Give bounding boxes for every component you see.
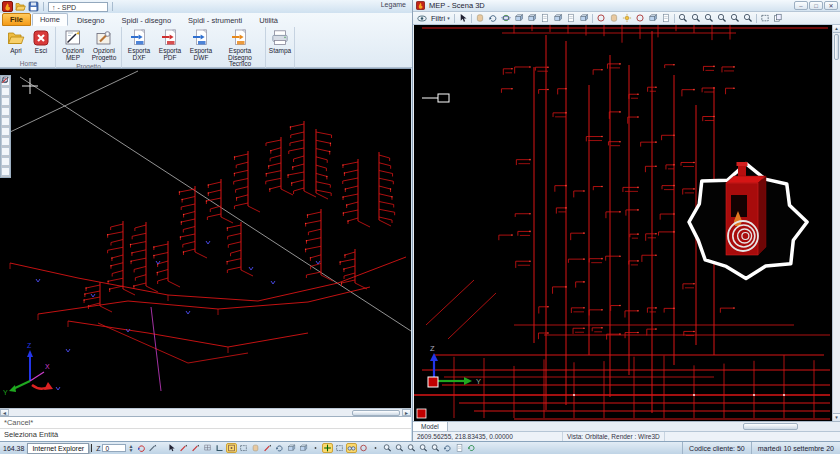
doc-toggle-icon[interactable] [454, 443, 465, 453]
opzioni-progetto-button[interactable]: Opzioni Progetto [89, 27, 119, 63]
refresh-colored-icon[interactable] [136, 443, 147, 453]
zoom-tool-icon[interactable] [729, 13, 741, 24]
tab-home[interactable]: Home [32, 13, 68, 26]
pen-toggle-icon[interactable] [190, 443, 201, 453]
pen-toggle-icon[interactable] [262, 443, 273, 453]
scroll-down-arrow[interactable]: ▼ [833, 413, 840, 421]
cube-tool-icon[interactable] [578, 13, 590, 24]
esci-button[interactable]: Esci [29, 27, 53, 57]
plus-toggle-icon[interactable] [322, 443, 333, 453]
arrow-toggle-icon[interactable] [166, 443, 177, 453]
tab-spidi-disegno[interactable]: Spidi - disegno [113, 14, 179, 26]
orbit-tool-icon[interactable] [500, 13, 512, 24]
tool-line-icon[interactable] [1, 87, 10, 96]
tab-file[interactable]: File [2, 13, 31, 26]
esporta-dwf-button[interactable]: Esporta DWF [186, 27, 216, 63]
scroll-left-arrow[interactable]: ◄ [0, 409, 9, 416]
canvas-v-scrollbar[interactable]: ▲ ▼ [832, 25, 840, 421]
esporta-pdf-button[interactable]: Esporta PDF [155, 27, 185, 63]
tool-circle-icon[interactable] [1, 117, 10, 126]
zoom-toggle-icon[interactable] [394, 443, 405, 453]
box-tool-icon[interactable] [759, 13, 771, 24]
visibility-eye-icon[interactable] [416, 13, 428, 24]
arrow-tool-icon[interactable] [457, 13, 469, 24]
zoom-tool-icon[interactable] [677, 13, 689, 24]
cube-tool-icon[interactable] [513, 13, 525, 24]
dot-toggle-icon[interactable] [310, 443, 321, 453]
circle-tool-icon[interactable] [595, 13, 607, 24]
scene3d-h-scrollbar[interactable] [448, 422, 840, 431]
rot-toggle-icon[interactable] [442, 443, 453, 453]
cube-toggle-icon[interactable] [286, 443, 297, 453]
tool-arc-icon[interactable] [1, 107, 10, 116]
zoom-toggle-icon[interactable] [382, 443, 393, 453]
zoom-tool-icon[interactable] [716, 13, 728, 24]
tab-spidi-strumenti[interactable]: Spidi - strumenti [180, 14, 250, 26]
scene3d-titlebar[interactable]: MEP - Scena 3D ‒ □ ✕ [413, 0, 840, 12]
dot-toggle-icon[interactable] [370, 443, 381, 453]
app-logo-icon[interactable] [2, 1, 13, 12]
box-toggle-icon[interactable] [238, 443, 249, 453]
filters-dropdown[interactable]: Filtri ▾ [429, 14, 452, 23]
cube-tool-icon[interactable] [647, 13, 659, 24]
circle-tool-icon[interactable] [634, 13, 646, 24]
ortho-toggle-icon[interactable] [214, 443, 225, 453]
tool-copy-icon[interactable] [1, 147, 10, 156]
opzioni-mep-button[interactable]: Opzioni MEP [58, 27, 88, 63]
copy-tool-icon[interactable] [772, 13, 784, 24]
rot-tool-icon[interactable] [487, 13, 499, 24]
taskbar-popup-label[interactable]: Internet Explorer [27, 443, 89, 454]
cube-tool-icon[interactable] [526, 13, 538, 24]
scroll-up-arrow[interactable]: ▲ [833, 25, 840, 33]
zoom-toggle-icon[interactable] [406, 443, 417, 453]
close-button[interactable]: ✕ [824, 1, 838, 10]
tool-rot-icon[interactable] [1, 157, 10, 166]
stampa-button[interactable]: Stampa [268, 27, 292, 57]
pen-toggle-icon[interactable] [178, 443, 189, 453]
tab-disegno[interactable]: Disegno [69, 14, 113, 26]
cube-tool-icon[interactable] [552, 13, 564, 24]
snap-toggle-icon[interactable] [226, 443, 237, 453]
scroll-right-arrow[interactable]: ► [402, 409, 411, 416]
z-value-input[interactable]: 0 [102, 444, 126, 452]
scene3d-h-thumb[interactable] [743, 423, 798, 430]
z-spinner[interactable]: ▲▼ [128, 444, 133, 452]
tab-model[interactable]: Model [413, 422, 448, 431]
refresh-toggle-icon[interactable] [466, 443, 477, 453]
tool-move-icon[interactable] [1, 137, 10, 146]
doc-tool-icon[interactable] [660, 13, 672, 24]
zoom-tool-icon[interactable] [703, 13, 715, 24]
minimize-button[interactable]: ‒ [794, 1, 808, 10]
v-scroll-thumb[interactable] [834, 34, 839, 60]
zoom-toggle-icon[interactable] [430, 443, 441, 453]
save-icon[interactable] [28, 1, 39, 12]
maximize-button[interactable]: □ [809, 1, 823, 10]
tool-rect2-icon[interactable] [1, 127, 10, 136]
hand-toggle-icon[interactable] [250, 443, 261, 453]
tab-utilit-[interactable]: Utilità [251, 14, 286, 26]
doc-tool-icon[interactable] [539, 13, 551, 24]
sun-tool-icon[interactable] [621, 13, 633, 24]
circle-toggle-icon[interactable] [358, 443, 369, 453]
open-file-icon[interactable] [15, 1, 26, 12]
grid-toggle-icon[interactable] [202, 443, 213, 453]
rot-toggle-icon[interactable] [274, 443, 285, 453]
zoom-toggle-icon[interactable] [418, 443, 429, 453]
zoom-tool-icon[interactable] [742, 13, 754, 24]
hand-tool-icon[interactable] [608, 13, 620, 24]
drawing-canvas-2d[interactable]: ZXY [0, 68, 411, 408]
command-prompt-input[interactable]: Seleziona Entità [0, 429, 411, 441]
box-toggle-icon[interactable] [334, 443, 345, 453]
pointer-pen-icon[interactable] [147, 443, 158, 453]
zoom-tool-icon[interactable] [690, 13, 702, 24]
esporta-disegno-tecnico-button[interactable]: Esporta Disegno Tecnico [217, 27, 263, 70]
tool-poly-icon[interactable] [1, 97, 10, 106]
cube-toggle-icon[interactable] [298, 443, 309, 453]
apri-button[interactable]: Apri [4, 27, 28, 57]
esporta-dxf-button[interactable]: Esporta DXF [124, 27, 154, 63]
doc-tool-icon[interactable] [565, 13, 577, 24]
tool-pen-icon[interactable] [1, 167, 10, 176]
drawing-canvas-3d[interactable]: ZY [414, 25, 832, 421]
hand-tool-icon[interactable] [474, 13, 486, 24]
glasses-toggle-icon[interactable] [346, 443, 357, 453]
